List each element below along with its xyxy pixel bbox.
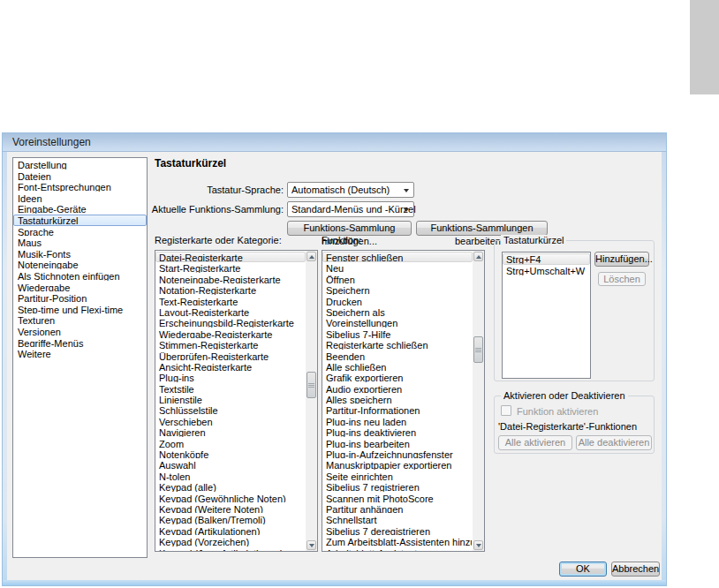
- background-block: [690, 0, 719, 94]
- sidebar-item[interactable]: Darstellung: [13, 159, 147, 170]
- function-item[interactable]: Sibelius 7 deregistrieren: [322, 525, 473, 536]
- sidebar-item[interactable]: Begriffe-Menüs: [13, 337, 147, 349]
- function-item[interactable]: Registerkarte schließen: [322, 339, 473, 350]
- keyboard-language-label: Tastatur-Sprache:: [60, 185, 284, 195]
- sidebar-item[interactable]: Step-time und Flexi-time: [13, 304, 147, 315]
- category-item[interactable]: Verschieben: [155, 416, 306, 426]
- function-item[interactable]: Arbeitsblatt-Assistent: [322, 547, 473, 551]
- function-item[interactable]: Grafik exportieren: [322, 372, 473, 382]
- dialog-titlebar[interactable]: Voreinstellungen: [3, 133, 666, 152]
- function-item[interactable]: Plug-ins bearbeiten: [322, 438, 473, 449]
- shortcut-item[interactable]: Strg+Umschalt+W: [503, 265, 590, 276]
- function-item[interactable]: Plug-ins neu laden: [322, 416, 473, 426]
- scroll-thumb[interactable]: [307, 372, 316, 398]
- preferences-page-list[interactable]: DarstellungDateienFont-EntsprechungenIde…: [12, 157, 148, 558]
- function-item[interactable]: Plug-ins deaktivieren: [322, 426, 473, 437]
- function-item[interactable]: Drucken: [322, 296, 473, 306]
- function-item[interactable]: Audio exportieren: [322, 383, 473, 394]
- scroll-thumb[interactable]: [473, 336, 483, 363]
- function-item[interactable]: Speichern als: [322, 306, 473, 317]
- category-item[interactable]: Keypad (Weitere Noten): [155, 503, 306, 514]
- category-item[interactable]: Keypad (Jazz-Artikulationen): [155, 547, 306, 551]
- category-item[interactable]: Erscheinungsbild-Registerkarte: [155, 317, 306, 328]
- category-item[interactable]: Überprüfen-Registerkarte: [155, 351, 306, 361]
- category-scrollbar[interactable]: [306, 251, 317, 551]
- function-item[interactable]: Fenster schließen: [322, 252, 473, 262]
- category-item[interactable]: Layout-Registerkarte: [155, 306, 306, 317]
- edit-feature-sets-button[interactable]: Funktions-Sammlungen bearbeiten...: [416, 221, 548, 236]
- function-item[interactable]: Alles speichern: [322, 394, 473, 404]
- scroll-down-button[interactable]: [473, 540, 483, 550]
- delete-shortcut-button[interactable]: Löschen: [598, 272, 646, 286]
- scroll-down-button[interactable]: [307, 540, 316, 550]
- sidebar-item[interactable]: Als Stichnoten einfügen: [13, 270, 147, 282]
- category-item[interactable]: Navigieren: [155, 426, 306, 437]
- function-item[interactable]: Partitur-Informationen: [322, 404, 473, 415]
- category-item[interactable]: Stimmen-Registerkarte: [155, 339, 306, 350]
- function-item[interactable]: Sibelius 7 registrieren: [322, 481, 473, 492]
- category-item[interactable]: Zoom: [155, 438, 306, 449]
- enable-function-checkbox[interactable]: [501, 405, 511, 416]
- category-item[interactable]: Notenköpfe: [155, 449, 306, 459]
- category-item[interactable]: Auswahl: [155, 459, 306, 470]
- sidebar-item[interactable]: Noteneingabe: [13, 259, 147, 270]
- function-item[interactable]: Neu: [322, 262, 473, 273]
- sidebar-item[interactable]: Maus: [13, 237, 147, 248]
- sidebar-item[interactable]: Partitur-Position: [13, 292, 147, 304]
- sidebar-item[interactable]: Weitere: [13, 348, 147, 359]
- add-shortcut-button[interactable]: Hinzufügen...: [594, 252, 649, 267]
- keyboard-language-select[interactable]: Automatisch (Deutsch): [287, 182, 414, 198]
- cancel-button[interactable]: Abbrechen: [611, 562, 660, 577]
- sidebar-item[interactable]: Musik-Fonts: [13, 248, 147, 260]
- function-item[interactable]: Scannen mit PhotoScore: [322, 493, 473, 503]
- category-item[interactable]: Text-Registerkarte: [155, 296, 306, 306]
- sidebar-item[interactable]: Wiedergabe: [13, 282, 147, 293]
- category-item[interactable]: Notation-Registerkarte: [155, 284, 306, 295]
- function-item[interactable]: Seite einrichten: [322, 471, 473, 481]
- category-item[interactable]: Datei-Registerkarte: [155, 252, 306, 262]
- function-item[interactable]: Plug-in-Aufzeichnungsfenster: [322, 449, 473, 459]
- function-item[interactable]: Alle schließen: [322, 361, 473, 372]
- function-item[interactable]: Partitur anhängen: [322, 503, 473, 514]
- add-feature-set-button[interactable]: Funktions-Sammlung hinzufügen...: [287, 221, 412, 236]
- feature-set-select[interactable]: Standard-Menüs und -Kürzel: [287, 201, 414, 217]
- category-item[interactable]: Linienstile: [155, 394, 306, 404]
- scroll-up-button[interactable]: [473, 252, 483, 261]
- function-item[interactable]: Speichern: [322, 284, 473, 295]
- function-item[interactable]: Voreinstellungen: [322, 317, 473, 328]
- sidebar-item[interactable]: Sprache: [13, 226, 147, 237]
- shortcut-item[interactable]: Strg+F4: [503, 253, 590, 265]
- category-listbox[interactable]: Datei-RegisterkarteStart-RegisterkarteNo…: [155, 250, 318, 552]
- category-item[interactable]: Noteneingabe-Registerkarte: [155, 274, 306, 284]
- sidebar-item[interactable]: Texturen: [13, 314, 147, 326]
- function-list-label: Funktion:: [322, 235, 361, 245]
- category-item[interactable]: Keypad (Gewöhnliche Noten): [155, 493, 306, 503]
- category-item[interactable]: Keypad (Balken/Tremoli): [155, 514, 306, 524]
- scroll-up-button[interactable]: [307, 252, 316, 261]
- category-item[interactable]: Start-Registerkarte: [155, 262, 306, 273]
- category-item[interactable]: Keypad (alle): [155, 481, 306, 492]
- sidebar-item[interactable]: Tastaturkürzel: [13, 215, 147, 226]
- function-item[interactable]: Schnellstart: [322, 514, 473, 524]
- category-item[interactable]: Keypad (Vorzeichen): [155, 536, 306, 547]
- function-scrollbar[interactable]: [473, 251, 484, 551]
- function-listbox[interactable]: Fenster schließenNeuÖffnenSpeichernDruck…: [322, 250, 485, 552]
- sidebar-item[interactable]: Versionen: [13, 326, 147, 337]
- function-item[interactable]: Beenden: [322, 351, 473, 361]
- category-item[interactable]: Keypad (Artikulationen): [155, 525, 306, 536]
- sidebar-item[interactable]: Dateien: [13, 170, 147, 182]
- function-item[interactable]: Sibelius 7-Hilfe: [322, 328, 473, 339]
- function-item[interactable]: Manuskriptpapier exportieren: [322, 459, 473, 470]
- function-item[interactable]: Zum Arbeitsblatt-Assistenten hinzufügen: [322, 536, 473, 547]
- category-item[interactable]: Schlüsselstile: [155, 404, 306, 415]
- shortcut-listbox[interactable]: Strg+F4Strg+Umschalt+W: [502, 252, 591, 379]
- category-item[interactable]: N-tolen: [155, 471, 306, 481]
- category-item[interactable]: Textstile: [155, 383, 306, 394]
- disable-all-button[interactable]: Alle deaktivieren: [576, 435, 652, 450]
- category-item[interactable]: Plug-ins: [155, 372, 306, 382]
- function-item[interactable]: Öffnen: [322, 274, 473, 284]
- enable-all-button[interactable]: Alle aktivieren: [498, 435, 572, 450]
- category-item[interactable]: Ansicht-Registerkarte: [155, 361, 306, 372]
- ok-button[interactable]: OK: [559, 562, 607, 577]
- category-item[interactable]: Wiedergabe-Registerkarte: [155, 328, 306, 339]
